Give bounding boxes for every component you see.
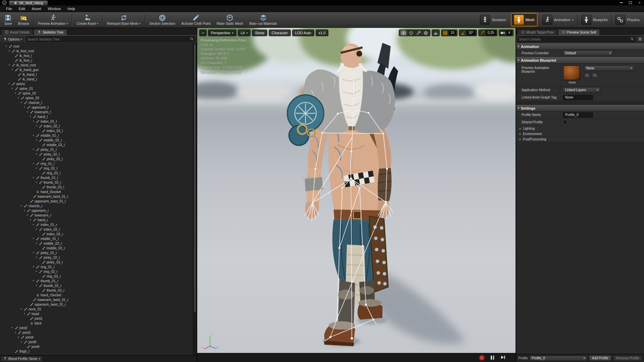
scale-snap-button[interactable]: 0,25	[478, 29, 497, 36]
pause-button[interactable]	[491, 356, 494, 360]
browse-to-asset-button[interactable]	[592, 73, 598, 78]
blueprint-mode-button[interactable]: Blueprint	[579, 13, 610, 26]
expander-icon[interactable]: ▾	[32, 134, 35, 137]
profile-name-field[interactable]: Profile_0	[563, 112, 593, 118]
expander-icon[interactable]: ▾	[35, 125, 38, 127]
tree-row[interactable]: ▾clavicle_l	[0, 100, 197, 105]
expander-icon[interactable]: ▾	[17, 336, 20, 339]
mesh-mode-button[interactable]: Mesh	[511, 13, 537, 26]
expander-icon[interactable]: ▾	[35, 270, 38, 273]
expander-icon[interactable]: ▾	[14, 331, 17, 334]
tree-row[interactable]: ▾ik_foot_root	[0, 49, 197, 53]
expander-icon[interactable]: ▾	[32, 162, 35, 165]
tree-row[interactable]: ▾ring_01_r	[0, 264, 197, 269]
tree-row[interactable]: ▾upperarm_r	[0, 208, 197, 213]
tree-row[interactable]: ▾ring_02_l	[0, 166, 197, 171]
tree-row[interactable]: ▾ring_02_r	[0, 269, 197, 274]
tree-row[interactable]: ▾index_02_l	[0, 124, 197, 128]
add-profile-button[interactable]: Add Profile	[589, 355, 611, 361]
section-header-settings[interactable]: ▾ Settings	[516, 105, 644, 111]
expander-icon[interactable]: ▾	[35, 167, 38, 170]
tree-row[interactable]: hand_lSocket	[0, 189, 197, 194]
menu-help[interactable]: Help	[64, 5, 78, 12]
viewport-options-button[interactable]: ▾	[199, 29, 207, 36]
tree-row[interactable]: ▾lowerarm_r	[0, 213, 197, 218]
viewport-3d-scene[interactable]: ▾Perspective▾Lit▾ShowCharacterLOD Autox1…	[197, 28, 516, 353]
expander-icon[interactable]: ▾	[35, 181, 38, 184]
tree-row[interactable]: ▾upperarm_l	[0, 105, 197, 110]
expander-icon[interactable]: ▾	[32, 280, 35, 282]
maximize-button[interactable]	[626, 0, 635, 5]
details-search-input[interactable]	[519, 38, 629, 41]
expander-icon[interactable]: ▾	[11, 87, 14, 90]
tree-row[interactable]: ▾pinky_02_r	[0, 255, 197, 260]
document-tab[interactable]: SK_Wolf_Viking	[9, 0, 48, 5]
expander-icon[interactable]: ▾	[32, 237, 35, 240]
skeleton-mode-button[interactable]: Skeleton	[477, 13, 509, 26]
tree-row[interactable]: ▾thumb_02_r	[0, 283, 197, 288]
tree-row[interactable]: ik_hand_l	[0, 72, 197, 77]
menu-window[interactable]: Window	[44, 5, 64, 12]
save-button[interactable]: Save	[1, 13, 15, 27]
step-forward-button[interactable]	[501, 355, 505, 361]
expander-icon[interactable]: ▾	[8, 50, 11, 52]
expander-icon[interactable]: ▾	[23, 209, 26, 212]
tree-row[interactable]: ik_foot_r	[0, 58, 197, 63]
tree-row[interactable]: ▾pelvis	[0, 81, 197, 86]
section-header-animation[interactable]: ▾ Animation	[516, 43, 644, 50]
tree-row[interactable]: ▾pinky_01_l	[0, 147, 197, 152]
shared-profile-checkbox[interactable]	[563, 120, 567, 124]
tree-scrollbar-thumb[interactable]	[194, 44, 196, 312]
rotate-tool-button[interactable]	[408, 30, 414, 36]
tree-row[interactable]: ▾neck_01	[0, 307, 197, 311]
linked-anim-graph-tag-field[interactable]: None	[563, 95, 593, 100]
menu-file[interactable]: File	[3, 5, 15, 12]
tree-row[interactable]: joint1	[0, 316, 197, 321]
expander-icon[interactable]: ▾	[23, 312, 26, 315]
record-button[interactable]	[480, 356, 484, 360]
tree-row[interactable]: pinky_03_l	[0, 157, 197, 161]
tree-row[interactable]: thumb_03_r	[0, 288, 197, 293]
bake-out-materials-button[interactable]: Bake out Materials	[246, 13, 280, 27]
create-asset-button[interactable]: Create Asset▾	[73, 13, 101, 27]
perspective-button[interactable]: Perspective▾	[208, 29, 236, 36]
tree-row[interactable]: ▾thumb_02_l	[0, 180, 197, 185]
tree-row[interactable]: ring_03_r	[0, 274, 197, 279]
tree-row[interactable]: ▾ring_01_l	[0, 161, 197, 166]
expander-icon[interactable]: ▾	[32, 120, 35, 123]
tree-row[interactable]: ▾pinky_01_r	[0, 250, 197, 255]
tab-morph-target-prev[interactable]: Morph Target Prev	[517, 29, 557, 35]
tree-row[interactable]: ▾pinky_02_l	[0, 152, 197, 157]
expander-icon[interactable]: ▾	[20, 308, 23, 310]
playback-speed-button[interactable]: x1.0	[316, 29, 329, 36]
animation-blueprint-dropdown[interactable]: None ▾	[584, 65, 634, 71]
expander-icon[interactable]: ▾	[20, 101, 23, 104]
tree-row[interactable]: ▾thumb_01_r	[0, 279, 197, 283]
tree-row[interactable]: index_03_r	[0, 232, 197, 236]
expander-icon[interactable]: ▾	[35, 153, 38, 156]
character-button[interactable]: Character	[269, 29, 291, 36]
tree-row[interactable]: ▾head	[0, 311, 197, 316]
grid-snap-button[interactable]: 10	[441, 29, 458, 36]
expander-icon[interactable]: ▾	[32, 176, 35, 179]
tree-row[interactable]: ▾middle_01_r	[0, 236, 197, 241]
tree-row[interactable]: ▾spine_01	[0, 86, 197, 91]
tree-row[interactable]: lowerarm_twist_01_l	[0, 194, 197, 199]
animation-blueprint-thumbnail[interactable]	[563, 65, 580, 80]
expander-icon[interactable]: ▾	[35, 242, 38, 245]
tree-scrollbar[interactable]	[193, 43, 197, 355]
tree-row[interactable]: ▾middle_01_l	[0, 133, 197, 138]
tree-row[interactable]: lowerarm_twist_01_r	[0, 297, 197, 302]
lod-auto-button[interactable]: LOD Auto	[292, 29, 314, 36]
expander-icon[interactable]: ▾	[20, 204, 23, 207]
tree-row[interactable]: ▾joint4	[0, 335, 197, 340]
tree-row[interactable]: ▾middle_02_l	[0, 138, 197, 142]
expander-icon[interactable]: ▾	[26, 111, 29, 113]
tree-row[interactable]: ▾ik_hand_gun	[0, 67, 197, 72]
expander-icon[interactable]: ▾	[26, 214, 29, 217]
tree-row[interactable]: ▾index_02_r	[0, 227, 197, 232]
expander-icon[interactable]: ▾	[35, 256, 38, 259]
tree-row[interactable]: pinky_03_r	[0, 260, 197, 264]
collapsed-section-lighting[interactable]: ▸Lighting	[516, 126, 644, 131]
move-tool-button[interactable]	[400, 30, 407, 36]
